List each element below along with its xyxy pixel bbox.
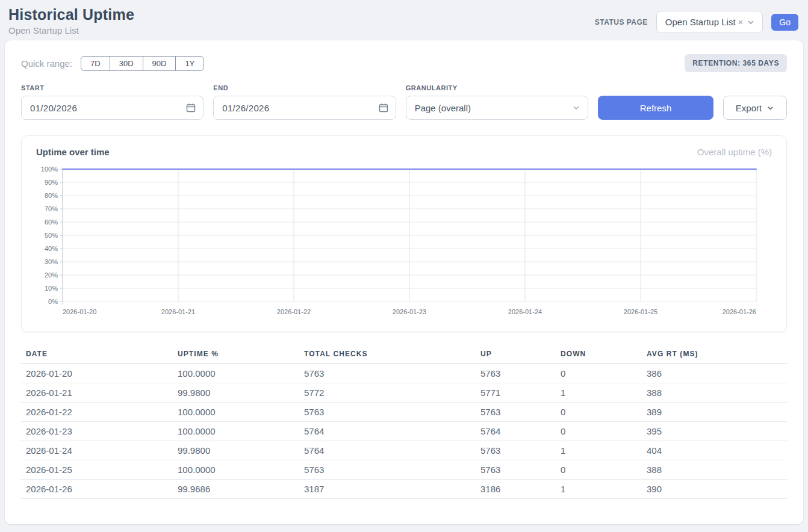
table-cell: 100.0000 — [173, 422, 299, 441]
chevron-down-icon — [747, 18, 755, 26]
table-cell: 5764 — [476, 422, 556, 441]
table-cell: 2026-01-20 — [21, 364, 173, 383]
chart-header: Uptime over time Overall uptime (%) — [36, 147, 772, 157]
calendar-icon[interactable] — [186, 103, 196, 113]
table-cell: 2026-01-23 — [21, 422, 173, 441]
y-axis-tick-label: 0% — [48, 298, 58, 305]
table-cell: 2026-01-26 — [21, 480, 173, 499]
status-page-selected-value: Open Startup List — [665, 17, 736, 27]
header-right: STATUS PAGE Open Startup List × Go — [595, 11, 798, 33]
status-page-label: STATUS PAGE — [595, 18, 648, 26]
x-axis-tick-label: 2026-01-26 — [723, 308, 756, 315]
table-cell: 99.9800 — [173, 383, 299, 403]
quick-range-30d-button[interactable]: 30D — [110, 56, 143, 71]
main-panel: Quick range: 7D 30D 90D 1Y RETENTION: 36… — [5, 40, 803, 524]
quick-range-label: Quick range: — [21, 58, 72, 69]
page-subtitle: Open Startup List — [8, 25, 134, 36]
table-cell: 389 — [642, 403, 787, 422]
chevron-down-icon — [766, 104, 774, 112]
quick-range-group: 7D 30D 90D 1Y — [81, 56, 204, 71]
table-cell: 5763 — [299, 364, 476, 383]
table-column-header: DATE — [21, 345, 173, 364]
page-title: Historical Uptime — [8, 6, 134, 23]
table-cell: 388 — [642, 383, 787, 403]
y-axis-tick-label: 10% — [45, 285, 58, 292]
table-cell: 5763 — [299, 460, 476, 480]
x-axis-tick-label: 2026-01-25 — [624, 308, 657, 315]
table-cell: 100.0000 — [173, 364, 299, 383]
table-cell: 5764 — [299, 422, 476, 441]
table-column-header: DOWN — [556, 345, 642, 364]
table-column-header: UP — [476, 345, 556, 364]
uptime-chart-card: Uptime over time Overall uptime (%) 0%10… — [21, 135, 787, 332]
y-axis-tick-label: 30% — [45, 258, 58, 265]
controls-row: START 01/20/2026 END 01/26/2026 — [21, 84, 787, 120]
table-column-header: AVG RT (MS) — [642, 345, 787, 364]
table-cell: 5763 — [299, 403, 476, 422]
go-button[interactable]: Go — [771, 14, 798, 31]
y-axis-tick-label: 50% — [45, 232, 58, 239]
export-button[interactable]: Export — [723, 96, 787, 120]
page-header: Historical Uptime Open Startup List STAT… — [0, 0, 808, 40]
end-date-value: 01/26/2026 — [222, 103, 269, 113]
table-cell: 386 — [642, 364, 787, 383]
table-cell: 5763 — [476, 364, 556, 383]
y-axis-tick-label: 40% — [45, 245, 58, 252]
refresh-button[interactable]: Refresh — [598, 96, 713, 120]
table-row: 2026-01-2199.9800577257711388 — [21, 383, 787, 403]
table-row: 2026-01-22100.0000576357630389 — [21, 403, 787, 422]
end-date-field: END 01/26/2026 — [213, 84, 396, 120]
y-axis-tick-label: 70% — [45, 205, 58, 212]
table-cell: 2026-01-21 — [21, 383, 173, 403]
status-page-select[interactable]: Open Startup List × — [656, 11, 763, 33]
table-cell: 390 — [642, 480, 787, 499]
table-cell: 1 — [556, 383, 642, 403]
table-column-header: TOTAL CHECKS — [299, 345, 476, 364]
table-cell: 0 — [556, 422, 642, 441]
clear-selection-icon[interactable]: × — [738, 17, 744, 27]
x-axis-tick-label: 2026-01-23 — [393, 308, 426, 315]
table-cell: 99.9686 — [173, 480, 299, 499]
table-cell: 0 — [556, 460, 642, 480]
granularity-select[interactable]: Page (overall) — [406, 96, 588, 120]
table-row: 2026-01-20100.0000576357630386 — [21, 364, 787, 383]
start-date-input[interactable]: 01/20/2026 — [21, 96, 204, 120]
x-axis-tick-label: 2026-01-21 — [161, 308, 195, 315]
quick-range-row: Quick range: 7D 30D 90D 1Y RETENTION: 36… — [21, 54, 787, 72]
table-cell: 3186 — [476, 480, 556, 499]
table-cell: 1 — [556, 441, 642, 460]
table-row: 2026-01-25100.0000576357630388 — [21, 460, 787, 480]
y-axis-tick-label: 100% — [41, 165, 58, 173]
table-cell: 2026-01-24 — [21, 441, 173, 460]
granularity-label: GRANULARITY — [406, 84, 588, 91]
quick-range-7d-button[interactable]: 7D — [81, 56, 110, 71]
y-axis-tick-label: 80% — [45, 192, 58, 199]
table-header-row: DATEUPTIME %TOTAL CHECKSUPDOWNAVG RT (MS… — [21, 345, 787, 364]
end-date-input[interactable]: 01/26/2026 — [213, 96, 396, 120]
table-cell: 5763 — [476, 441, 556, 460]
table-cell: 388 — [642, 460, 787, 480]
table-cell: 2026-01-25 — [21, 460, 173, 480]
header-titles: Historical Uptime Open Startup List — [8, 6, 134, 36]
table-cell: 5764 — [299, 441, 476, 460]
x-axis-tick-label: 2026-01-20 — [63, 308, 96, 315]
table-cell: 5772 — [299, 383, 476, 403]
chevron-down-icon — [572, 104, 580, 112]
x-axis-tick-label: 2026-01-24 — [508, 308, 542, 315]
table-cell: 100.0000 — [173, 403, 299, 422]
uptime-table: DATEUPTIME %TOTAL CHECKSUPDOWNAVG RT (MS… — [21, 345, 787, 499]
table-cell: 99.9800 — [173, 441, 299, 460]
table-cell: 5763 — [476, 403, 556, 422]
uptime-line-chart: 0%10%20%30%40%50%60%70%80%90%100%2026-01… — [36, 163, 775, 322]
export-button-label: Export — [736, 103, 762, 113]
table-row: 2026-01-2499.9800576457631404 — [21, 441, 787, 460]
chart-legend-label: Overall uptime (%) — [697, 147, 772, 157]
table-row: 2026-01-23100.0000576457640395 — [21, 422, 787, 441]
quick-range-90d-button[interactable]: 90D — [143, 56, 176, 71]
quick-range-1y-button[interactable]: 1Y — [175, 56, 204, 71]
table-cell: 2026-01-22 — [21, 403, 173, 422]
table-cell: 0 — [556, 403, 642, 422]
table-header: DATEUPTIME %TOTAL CHECKSUPDOWNAVG RT (MS… — [21, 345, 787, 364]
calendar-icon[interactable] — [379, 103, 388, 113]
table-cell: 100.0000 — [173, 460, 299, 480]
